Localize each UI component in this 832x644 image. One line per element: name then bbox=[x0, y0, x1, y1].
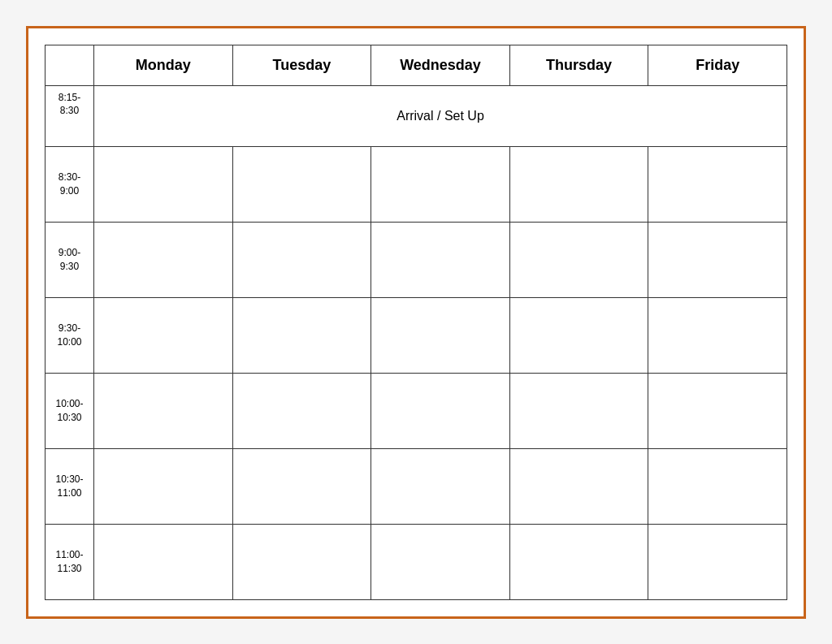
tuesday-cell bbox=[232, 448, 371, 524]
friday-cell bbox=[648, 297, 787, 373]
time-cell: 11:00- 11:30 bbox=[46, 524, 94, 599]
table-row: 8:15- 8:30 Arrival / Set Up bbox=[46, 85, 787, 146]
wednesday-cell bbox=[371, 297, 510, 373]
monday-cell bbox=[94, 146, 233, 222]
time-cell: 9:30- 10:00 bbox=[46, 297, 94, 373]
wednesday-cell bbox=[371, 146, 510, 222]
tuesday-cell bbox=[232, 222, 371, 297]
monday-cell bbox=[94, 222, 233, 297]
time-header bbox=[46, 45, 94, 85]
header-row: Monday Tuesday Wednesday Thursday Friday bbox=[46, 45, 787, 85]
monday-header: Monday bbox=[94, 45, 233, 85]
wednesday-cell bbox=[371, 524, 510, 599]
table-row: 9:30- 10:00 bbox=[46, 297, 787, 373]
monday-cell bbox=[94, 448, 233, 524]
thursday-cell bbox=[509, 222, 648, 297]
friday-header: Friday bbox=[648, 45, 787, 85]
wednesday-cell bbox=[371, 448, 510, 524]
friday-cell bbox=[648, 146, 787, 222]
friday-cell bbox=[648, 222, 787, 297]
monday-cell bbox=[94, 373, 233, 448]
arrival-cell: Arrival / Set Up bbox=[94, 85, 787, 146]
tuesday-cell bbox=[232, 373, 371, 448]
tuesday-cell bbox=[232, 146, 371, 222]
time-cell: 10:00- 10:30 bbox=[46, 373, 94, 448]
thursday-cell bbox=[509, 146, 648, 222]
time-cell: 8:15- 8:30 bbox=[46, 85, 94, 146]
tuesday-cell bbox=[232, 297, 371, 373]
table-row: 11:00- 11:30 bbox=[46, 524, 787, 599]
table-row: 9:00- 9:30 bbox=[46, 222, 787, 297]
friday-cell bbox=[648, 524, 787, 599]
time-cell: 9:00- 9:30 bbox=[46, 222, 94, 297]
thursday-cell bbox=[509, 297, 648, 373]
time-cell: 8:30- 9:00 bbox=[46, 146, 94, 222]
thursday-cell bbox=[509, 448, 648, 524]
time-cell: 10:30- 11:00 bbox=[46, 448, 94, 524]
table-row: 8:30- 9:00 bbox=[46, 146, 787, 222]
wednesday-header: Wednesday bbox=[371, 45, 510, 85]
table-row: 10:00- 10:30 bbox=[46, 373, 787, 448]
wednesday-cell bbox=[371, 222, 510, 297]
monday-cell bbox=[94, 524, 233, 599]
table-row: 10:30- 11:00 bbox=[46, 448, 787, 524]
tuesday-cell bbox=[232, 524, 371, 599]
thursday-cell bbox=[509, 524, 648, 599]
friday-cell bbox=[648, 448, 787, 524]
page-container: Monday Tuesday Wednesday Thursday Friday… bbox=[26, 26, 806, 619]
schedule-table: Monday Tuesday Wednesday Thursday Friday… bbox=[45, 45, 787, 600]
tuesday-header: Tuesday bbox=[232, 45, 371, 85]
wednesday-cell bbox=[371, 373, 510, 448]
thursday-cell bbox=[509, 373, 648, 448]
friday-cell bbox=[648, 373, 787, 448]
thursday-header: Thursday bbox=[509, 45, 648, 85]
monday-cell bbox=[94, 297, 233, 373]
